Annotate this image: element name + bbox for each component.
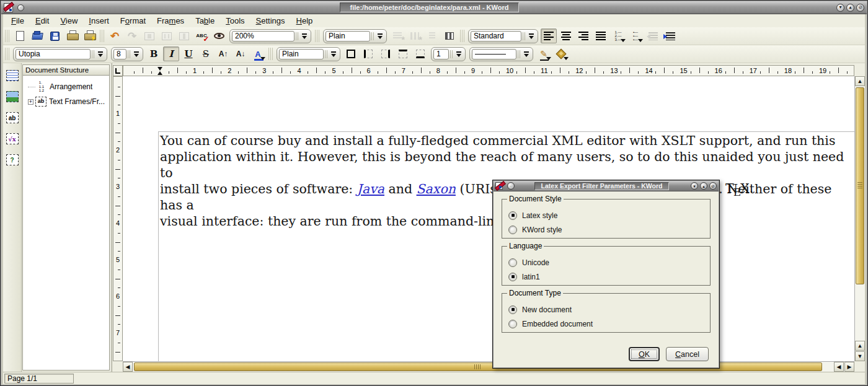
scroll-right-button[interactable]: ▶ bbox=[844, 362, 854, 372]
toolbar-handle[interactable] bbox=[268, 48, 273, 60]
chevron-down-icon[interactable] bbox=[564, 57, 569, 60]
panel-splitter[interactable] bbox=[110, 63, 112, 372]
menu-format[interactable]: Format bbox=[115, 15, 151, 26]
close-window-button[interactable]: ⊘ bbox=[856, 4, 864, 12]
menu-insert[interactable]: Insert bbox=[83, 15, 115, 26]
toolbar-handle[interactable] bbox=[315, 30, 319, 42]
toolbar-handle[interactable] bbox=[5, 48, 9, 60]
italic-button[interactable]: I bbox=[163, 46, 179, 61]
zoom-combo[interactable]: 200% bbox=[229, 29, 311, 43]
paragraph-style-combo[interactable]: Plain bbox=[323, 29, 387, 43]
dialog-sticky-button[interactable]: · bbox=[507, 182, 515, 190]
chevron-down-icon[interactable] bbox=[621, 39, 626, 42]
chevron-down-icon[interactable] bbox=[638, 39, 643, 42]
expander-icon[interactable]: + bbox=[28, 99, 33, 105]
border-left-button[interactable] bbox=[360, 46, 376, 61]
save-button[interactable] bbox=[46, 29, 63, 43]
horizontal-ruler[interactable]: 1234567891011121314151617181920 bbox=[123, 65, 854, 76]
radio-button[interactable] bbox=[508, 211, 517, 220]
insert-formula-button[interactable]: √x bbox=[5, 131, 20, 146]
cancel-button[interactable]: Cancel bbox=[666, 347, 709, 361]
chevron-down-icon[interactable] bbox=[455, 50, 463, 59]
bold-button[interactable]: B bbox=[146, 46, 162, 61]
menu-help[interactable]: Help bbox=[291, 15, 319, 26]
menu-table[interactable]: Table bbox=[190, 15, 220, 26]
sticky-button[interactable]: · bbox=[17, 4, 24, 11]
kword-app-icon[interactable] bbox=[4, 3, 13, 12]
menu-tools[interactable]: Tools bbox=[220, 15, 250, 26]
indent-more-button[interactable] bbox=[662, 29, 678, 43]
align-center-button[interactable] bbox=[558, 29, 574, 43]
frame-style-combo[interactable]: Plain bbox=[277, 47, 340, 61]
radio-option[interactable]: Embedded document bbox=[508, 317, 704, 331]
radio-option[interactable]: Latex style bbox=[508, 208, 704, 222]
border-color-button[interactable]: ✎ bbox=[536, 46, 552, 61]
vertical-scrollbar[interactable]: ▲ ▲ ▼ bbox=[854, 76, 865, 361]
horizontal-scrollbar[interactable]: ◀ ◀ ▶ bbox=[123, 361, 854, 372]
radio-option[interactable]: KWord style bbox=[508, 222, 704, 237]
radio-option[interactable]: New document bbox=[508, 302, 704, 317]
chevron-down-icon[interactable] bbox=[523, 50, 531, 59]
radio-button[interactable] bbox=[508, 273, 517, 281]
raise-window-button[interactable]: ▴ bbox=[846, 4, 854, 12]
align-right-button[interactable] bbox=[575, 29, 591, 43]
vertical-ruler[interactable]: 12345678 bbox=[113, 76, 123, 361]
radio-button[interactable] bbox=[508, 320, 517, 328]
folder-open-button[interactable] bbox=[29, 29, 45, 43]
tree-item[interactable]: 1. 1.1 1.2Arrangement bbox=[24, 79, 108, 94]
align-left-button[interactable] bbox=[541, 29, 557, 43]
dialog-titlebar[interactable]: · Latex Export Filter Parameters - KWord… bbox=[494, 181, 719, 191]
insert-text-frame-button[interactable]: ab bbox=[5, 110, 20, 125]
zoom-eye-button[interactable] bbox=[211, 29, 227, 43]
vertical-scroll-thumb[interactable] bbox=[856, 87, 864, 284]
radio-option[interactable]: latin1 bbox=[508, 270, 704, 284]
scroll-up-button[interactable]: ▲ bbox=[855, 76, 865, 86]
border-all-button[interactable] bbox=[343, 46, 359, 61]
menu-view[interactable]: View bbox=[55, 15, 83, 26]
insert-image-button[interactable] bbox=[5, 89, 20, 104]
fill-color-button[interactable] bbox=[553, 46, 569, 61]
radio-button[interactable] bbox=[508, 226, 517, 234]
scroll-up-button-2[interactable]: ▲ bbox=[855, 341, 865, 351]
menu-frames[interactable]: Frames bbox=[151, 15, 190, 26]
list-bullet-button[interactable]: •— •— •— bbox=[627, 29, 644, 43]
radio-option[interactable]: Unicode bbox=[508, 255, 704, 270]
toolbar-handle[interactable] bbox=[5, 30, 9, 42]
font-size-up-button[interactable]: A↑ bbox=[215, 46, 231, 61]
indent-marker[interactable] bbox=[157, 67, 163, 75]
print-button[interactable] bbox=[64, 29, 80, 43]
chevron-down-icon[interactable] bbox=[330, 50, 338, 59]
style-combo[interactable]: Standard bbox=[468, 29, 538, 43]
insert-table-button[interactable] bbox=[5, 68, 20, 83]
close-window-button[interactable]: ⊘ bbox=[709, 182, 717, 190]
font-family-combo[interactable]: Utopia bbox=[13, 47, 107, 61]
chevron-down-icon[interactable] bbox=[301, 32, 309, 41]
chevron-down-icon[interactable] bbox=[97, 50, 105, 59]
scroll-left-button[interactable]: ◀ bbox=[123, 362, 133, 372]
tree-item[interactable]: +abText Frames/Fr... bbox=[24, 94, 108, 109]
hyperlink[interactable]: Saxon bbox=[417, 182, 456, 196]
print-preview-button[interactable] bbox=[81, 29, 97, 43]
file-new-button[interactable] bbox=[12, 29, 28, 43]
underline-button[interactable]: U bbox=[180, 46, 197, 61]
align-justify-button[interactable] bbox=[593, 29, 609, 43]
list-numbered-button[interactable]: 1.— 2.— 3.— bbox=[610, 29, 626, 43]
toolbar-handle[interactable] bbox=[100, 30, 104, 42]
border-style-combo[interactable] bbox=[469, 47, 533, 61]
lower-window-button[interactable]: ▾ bbox=[836, 4, 844, 12]
chevron-down-icon[interactable] bbox=[133, 50, 141, 59]
chevron-down-icon[interactable] bbox=[376, 32, 384, 41]
raise-window-button[interactable]: ▴ bbox=[700, 182, 707, 190]
window-titlebar[interactable]: · file:/home/peter/doc/beginlatex/para.x… bbox=[1, 1, 867, 14]
font-size-combo[interactable]: 8 bbox=[111, 47, 143, 61]
hyperlink[interactable]: Java bbox=[357, 182, 384, 196]
font-color-button[interactable]: A bbox=[250, 46, 266, 61]
radio-button[interactable] bbox=[508, 258, 517, 267]
chevron-down-icon[interactable] bbox=[528, 32, 536, 41]
scroll-down-button[interactable]: ▼ bbox=[855, 351, 865, 361]
document-canvas[interactable]: You can of course buy and install a full… bbox=[123, 76, 854, 361]
border-bottom-button[interactable] bbox=[412, 46, 428, 61]
scroll-left-button-2[interactable]: ◀ bbox=[834, 362, 844, 372]
chevron-down-icon[interactable] bbox=[260, 57, 265, 60]
radio-button[interactable] bbox=[508, 305, 517, 314]
